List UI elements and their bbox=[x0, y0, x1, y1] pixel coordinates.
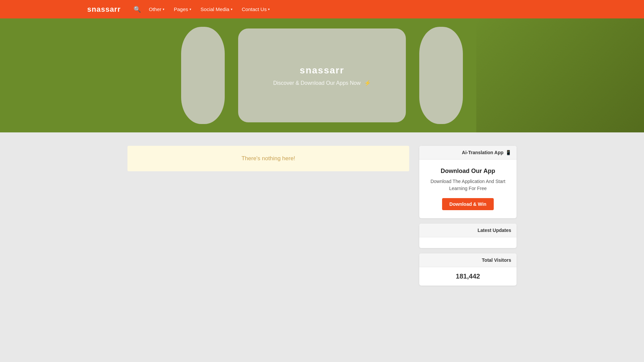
sidebar: Ai-Translation App 📱 Download Our App Do… bbox=[419, 146, 517, 286]
nav-item-other[interactable]: Other ▾ bbox=[145, 4, 169, 14]
left-column: There's nothing here! bbox=[127, 146, 409, 171]
chevron-down-icon: ▾ bbox=[231, 7, 232, 11]
hero-subtitle: Discover & Download Our Apps Now ⚡ bbox=[273, 80, 371, 86]
download-button[interactable]: Download & Win bbox=[442, 198, 494, 210]
hero-section: snassarr Discover & Download Our Apps No… bbox=[0, 18, 644, 132]
chevron-down-icon: ▾ bbox=[190, 7, 191, 11]
navbar: snassarr 🔍 Other ▾ Pages ▾ Social Media … bbox=[0, 0, 644, 18]
nav-link-other[interactable]: Other ▾ bbox=[145, 4, 169, 14]
hero-subtitle-text: Discover & Download Our Apps Now bbox=[273, 80, 361, 86]
search-icon: 🔍 bbox=[133, 6, 141, 13]
hero-title: snassarr bbox=[273, 65, 371, 76]
app-download-widget: Ai-Translation App 📱 Download Our App Do… bbox=[419, 146, 517, 218]
visitors-widget-body: 181,442 bbox=[419, 267, 517, 286]
download-title: Download Our App bbox=[426, 168, 510, 175]
nav-list: 🔍 Other ▾ Pages ▾ Social Media ▾ Contact… bbox=[131, 4, 274, 15]
nav-link-social[interactable]: Social Media ▾ bbox=[197, 4, 236, 14]
nav-search[interactable]: 🔍 bbox=[131, 4, 144, 15]
navbar-brand: snassarr bbox=[87, 5, 121, 14]
visitors-count: 181,442 bbox=[456, 273, 480, 280]
nothing-text: There's nothing here! bbox=[241, 155, 295, 162]
hero-content: snassarr Discover & Download Our Apps No… bbox=[273, 65, 371, 86]
visitors-widget-title: Total Visitors bbox=[482, 257, 511, 263]
nav-item-contact[interactable]: Contact Us ▾ bbox=[238, 4, 274, 14]
updates-widget-title: Latest Updates bbox=[478, 228, 511, 233]
nav-label-social: Social Media bbox=[201, 6, 229, 12]
main-content: There's nothing here! Ai-Translation App… bbox=[121, 132, 523, 299]
phone-icon: 📱 bbox=[505, 150, 511, 155]
app-widget-header: Ai-Translation App 📱 bbox=[419, 146, 517, 160]
app-widget-body: Download Our App Download The Applicatio… bbox=[419, 160, 517, 218]
search-button[interactable]: 🔍 bbox=[131, 4, 144, 15]
nothing-box: There's nothing here! bbox=[127, 146, 409, 171]
nav-label-pages: Pages bbox=[174, 6, 188, 12]
app-widget-title: Ai-Translation App bbox=[462, 150, 503, 155]
nav-link-pages[interactable]: Pages ▾ bbox=[170, 4, 195, 14]
nav-link-contact[interactable]: Contact Us ▾ bbox=[238, 4, 274, 14]
visitors-widget-header: Total Visitors bbox=[419, 253, 517, 267]
nav-item-social[interactable]: Social Media ▾ bbox=[197, 4, 236, 14]
latest-updates-widget: Latest Updates bbox=[419, 224, 517, 248]
lightning-icon: ⚡ bbox=[364, 80, 371, 86]
nav-label-other: Other bbox=[149, 6, 162, 12]
hero-shape-right bbox=[419, 27, 463, 124]
chevron-down-icon: ▾ bbox=[163, 7, 164, 11]
updates-widget-header: Latest Updates bbox=[419, 224, 517, 237]
nav-item-pages[interactable]: Pages ▾ bbox=[170, 4, 195, 14]
nav-label-contact: Contact Us bbox=[242, 6, 267, 12]
chevron-down-icon: ▾ bbox=[268, 7, 270, 11]
visitors-widget: Total Visitors 181,442 bbox=[419, 253, 517, 286]
hero-shape-left bbox=[181, 27, 225, 124]
hero-shadow bbox=[476, 18, 644, 132]
download-description: Download The Application And Start Learn… bbox=[426, 178, 510, 192]
updates-widget-body bbox=[419, 237, 517, 248]
